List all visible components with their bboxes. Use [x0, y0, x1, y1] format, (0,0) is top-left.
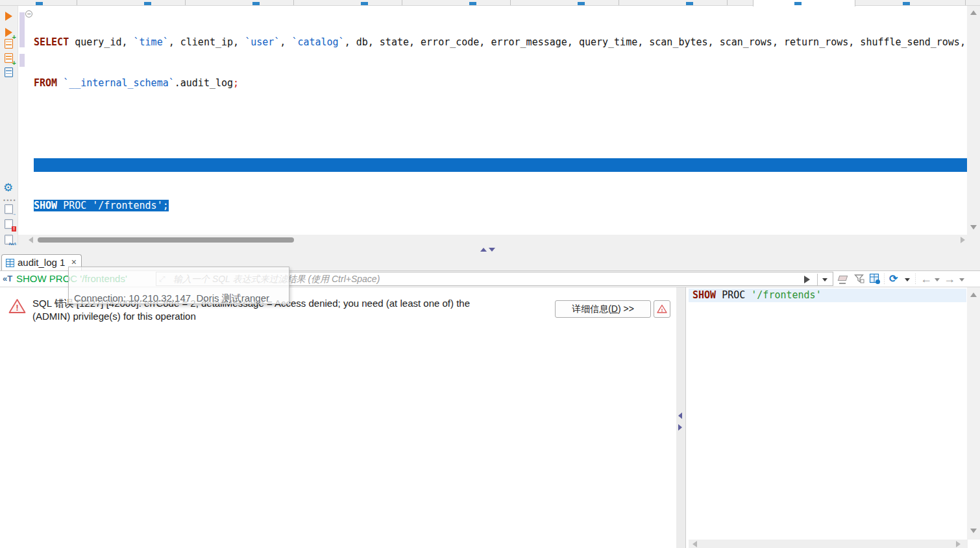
- sql-editor[interactable]: − SELECT query_id, `time`, client_ip, `u…: [18, 6, 967, 235]
- table-grid-icon: [6, 259, 14, 267]
- editor-tab-icon[interactable]: [361, 2, 368, 5]
- editor-tab-icon[interactable]: [686, 2, 693, 5]
- details-button[interactable]: 详细信息(D) >>: [555, 300, 651, 318]
- editor-tab-icon[interactable]: [36, 2, 43, 5]
- editor-tab-icon[interactable]: [469, 2, 476, 5]
- scroll-left-arrow[interactable]: [692, 541, 697, 547]
- execute-script-icon[interactable]: [3, 38, 15, 50]
- editor-tab-icon[interactable]: [903, 2, 910, 5]
- customize-grid-icon[interactable]: [870, 274, 881, 285]
- value-viewer-code: SHOW PROC '/frontends': [692, 289, 822, 302]
- tab-separator: [619, 0, 619, 5]
- apply-filter-icon[interactable]: [804, 276, 810, 283]
- scroll-up-arrow[interactable]: [970, 10, 977, 15]
- code-line-2: FROM `__internal_schema`.audit_log;: [34, 77, 967, 90]
- tab-separator: [77, 0, 77, 5]
- filter-settings-icon[interactable]: [854, 274, 866, 285]
- fetch-next-icon[interactable]: →: [944, 274, 955, 285]
- results-panel: ! SQL 错误 [1227] [42000]: errCode = 2, de…: [0, 287, 676, 548]
- tooltip-connection: Connection: 10.210.32.147 Doris 测试ranger: [74, 292, 284, 304]
- explain-plan-icon[interactable]: [3, 67, 15, 78]
- expand-left-arrow[interactable]: [678, 412, 682, 419]
- scroll-right-arrow[interactable]: [956, 541, 961, 547]
- divider: [817, 274, 818, 285]
- settings-gear-icon[interactable]: ⚙: [3, 182, 15, 194]
- value-viewer-horizontal-scrollbar[interactable]: [689, 540, 968, 548]
- svg-text:!: !: [661, 307, 663, 313]
- horizontal-scroll-thumb[interactable]: [38, 237, 294, 243]
- fetch-previous-dropdown-icon[interactable]: [935, 278, 940, 281]
- editor-tab-strip[interactable]: [0, 0, 980, 6]
- query-text-icon: «T: [3, 274, 12, 283]
- fetch-previous-icon[interactable]: ←: [920, 274, 932, 285]
- tab-separator: [965, 0, 966, 5]
- code-line-3: [34, 117, 967, 131]
- tab-separator: [185, 0, 186, 5]
- execute-statement-new-tab-icon[interactable]: +: [3, 27, 15, 38]
- scroll-up-arrow[interactable]: [970, 292, 977, 297]
- maximize-results-arrow[interactable]: [489, 248, 495, 252]
- error-details-icon-button[interactable]: !: [654, 300, 670, 318]
- scroll-down-arrow[interactable]: [970, 529, 977, 533]
- svg-text:!: !: [16, 304, 19, 313]
- small-warning-icon: !: [657, 304, 667, 313]
- maximize-editor-arrow[interactable]: [480, 248, 487, 252]
- document-w-icon[interactable]: (w): [3, 234, 15, 246]
- error-warning-icon: !: [8, 298, 26, 314]
- sql-code: SELECT query_id, `time`, client_ip, `use…: [34, 8, 967, 235]
- code-line-1: SELECT query_id, `time`, client_ip, `use…: [34, 36, 967, 49]
- editor-tab-icon[interactable]: [794, 2, 802, 5]
- results-valuepanel-sash[interactable]: [676, 287, 685, 548]
- tab-separator: [293, 0, 294, 5]
- fetch-next-dropdown-icon[interactable]: [959, 278, 964, 281]
- scroll-right-arrow[interactable]: [961, 237, 965, 243]
- editor-tab-icon[interactable]: [252, 2, 260, 5]
- editor-tab-icon[interactable]: [578, 2, 585, 5]
- execute-script-new-tab-icon[interactable]: +: [3, 53, 15, 64]
- tab-separator: [402, 0, 402, 5]
- divider: [915, 274, 916, 285]
- scroll-down-arrow[interactable]: [970, 225, 977, 230]
- divider: [884, 274, 885, 285]
- dbeaver-sql-editor-window: { "colors": { "selection_blue": "#0d6ec6…: [0, 0, 980, 548]
- refresh-icon[interactable]: ⟳: [889, 273, 901, 285]
- change-indicator-bar: [19, 12, 25, 47]
- code-fold-marker[interactable]: −: [25, 10, 32, 18]
- document-error-icon[interactable]: !: [3, 219, 15, 230]
- change-indicator-bar: [19, 54, 25, 67]
- error-message-line2: (ADMIN) privilege(s) for this operation: [32, 311, 196, 322]
- query-info-tooltip: Connection: 10.210.32.147 Doris 测试ranger…: [68, 267, 289, 304]
- code-line-4-selected: [34, 158, 967, 172]
- editor-horizontal-scrollbar[interactable]: [18, 235, 980, 245]
- expand-right-arrow[interactable]: [678, 424, 682, 431]
- tab-separator: [510, 0, 511, 5]
- execute-statement-icon[interactable]: [3, 10, 15, 22]
- value-viewer-vertical-scrollbar[interactable]: [967, 287, 980, 540]
- value-viewer-panel[interactable]: SHOW PROC '/frontends': [685, 287, 980, 548]
- clear-filter-icon[interactable]: [839, 274, 850, 285]
- code-line-5-selected: SHOW PROC '/frontends';: [34, 199, 967, 213]
- results-tab-label: audit_log 1: [18, 257, 65, 268]
- editor-results-sash[interactable]: [0, 245, 980, 254]
- editor-tab-icon[interactable]: [144, 2, 151, 5]
- export-result-icon[interactable]: →: [3, 204, 15, 215]
- scroll-left-arrow[interactable]: [29, 237, 33, 243]
- refresh-dropdown-icon[interactable]: [905, 278, 910, 281]
- tab-separator: [727, 0, 728, 5]
- active-editor-tab[interactable]: [753, 0, 855, 6]
- close-tab-icon[interactable]: ×: [71, 257, 77, 267]
- filter-history-dropdown-icon[interactable]: [822, 278, 827, 281]
- editor-vertical-scrollbar[interactable]: [967, 6, 980, 235]
- sql-editor-left-toolbar: + + ⚙ •••• → ! (w): [0, 6, 18, 255]
